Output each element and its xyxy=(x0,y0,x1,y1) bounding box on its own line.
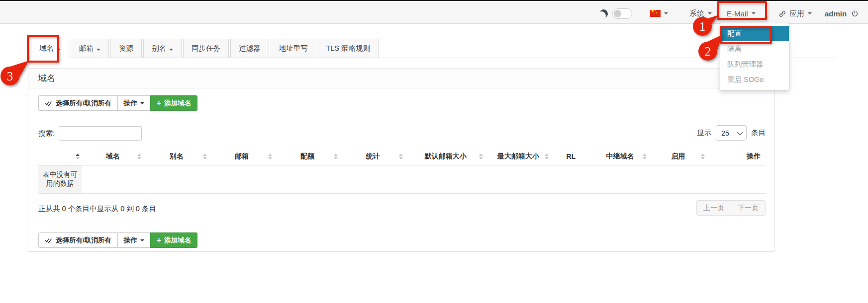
annotation-step-3: 3 xyxy=(0,61,29,85)
add-domain-button-bottom[interactable]: + 添加域名 xyxy=(150,232,197,248)
empty-table-message: 表中没有可用的数据 xyxy=(38,165,82,194)
panel-title: 域名 xyxy=(28,69,774,88)
system-menu[interactable]: 系统 xyxy=(689,8,712,19)
double-check-icon xyxy=(45,237,52,243)
top-toolbar: 选择所有/取消所有 操作 + 添加域名 xyxy=(38,95,197,111)
user-menu[interactable]: admin xyxy=(825,8,862,19)
sort-arrows-icon xyxy=(545,153,549,159)
chevron-down-icon xyxy=(57,49,61,51)
plus-icon: + xyxy=(157,99,161,108)
system-menu-label: 系统 xyxy=(689,9,704,18)
chevron-down-icon xyxy=(808,12,812,14)
email-dropdown-menu: 配置 隔离 队列管理器 重启 SOGo xyxy=(720,23,789,90)
tab-address-rewriting[interactable]: 地址重写 xyxy=(271,39,316,58)
dark-mode-toggle[interactable] xyxy=(612,8,632,19)
sort-arrows-icon xyxy=(334,153,338,159)
pagination: 上一页 下一页 xyxy=(696,200,766,216)
length-value: 25 xyxy=(721,129,729,137)
moon-icon xyxy=(598,8,609,19)
tab-resources[interactable]: 资源 xyxy=(110,39,142,58)
column-header-quota[interactable]: 配额 xyxy=(275,148,340,165)
chevron-down-icon xyxy=(752,12,756,14)
tab-mailboxes[interactable]: 邮箱 xyxy=(71,39,109,58)
table-header-row: 域名 别名 邮箱 配额 统计 默认邮箱大小 最大邮箱大小 RL 中继域名 启用 … xyxy=(38,148,766,165)
power-icon[interactable] xyxy=(851,10,859,17)
menu-item-quarantine[interactable]: 隔离 xyxy=(720,41,789,57)
add-domain-button[interactable]: + 添加域名 xyxy=(150,95,197,111)
chevron-down-icon xyxy=(708,12,712,14)
annotation-number-3: 3 xyxy=(7,70,13,83)
toggle-knob xyxy=(614,10,621,17)
menu-item-configuration[interactable]: 配置 xyxy=(720,26,789,41)
email-menu-label: E-Mail xyxy=(727,9,748,18)
link-icon xyxy=(778,10,786,17)
chevron-down-icon xyxy=(664,12,668,14)
apps-menu-label: 应用 xyxy=(789,9,804,18)
sort-arrows-icon xyxy=(701,153,705,159)
column-header-rl[interactable]: RL xyxy=(551,148,591,165)
domains-panel: 域名 选择所有/取消所有 操作 + 添加域名 搜索: 显示 25 条目 xyxy=(28,68,775,252)
empty-table-row: 表中没有可用的数据 xyxy=(38,165,766,194)
sort-arrows-icon xyxy=(203,153,207,159)
search-label: 搜索: xyxy=(38,129,55,138)
email-menu[interactable]: E-Mail xyxy=(727,8,756,19)
tab-filters[interactable]: 过滤器 xyxy=(230,39,269,58)
chevron-down-icon xyxy=(96,49,100,51)
column-header-actions: 操作 xyxy=(707,148,766,165)
menu-item-restart-sogo[interactable]: 重启 SOGo xyxy=(720,72,789,87)
page-length-select[interactable]: 25 xyxy=(716,125,747,141)
username-label: admin xyxy=(825,9,847,18)
tab-sync-jobs[interactable]: 同步任务 xyxy=(183,39,229,58)
annotation-step-2: 2 xyxy=(698,35,722,61)
column-header-default-mailbox-size[interactable]: 默认邮箱大小 xyxy=(405,148,485,165)
length-suffix: 条目 xyxy=(751,128,766,138)
sort-arrows-icon xyxy=(76,153,80,159)
tab-aliases[interactable]: 别名 xyxy=(143,39,182,58)
sort-arrows-icon xyxy=(643,153,647,159)
actions-dropdown-button[interactable]: 操作 xyxy=(117,95,151,111)
sort-arrows-icon xyxy=(479,153,483,159)
tab-bar: 域名 邮箱 资源 别名 同步任务 过滤器 地址重写 TLS 策略规则 xyxy=(31,39,380,58)
chevron-down-icon xyxy=(737,129,743,135)
tab-domains[interactable]: 域名 xyxy=(31,39,69,58)
length-prefix: 显示 xyxy=(697,128,711,138)
chevron-down-icon xyxy=(140,239,144,241)
search-input[interactable] xyxy=(59,126,142,141)
select-all-button[interactable]: 选择所有/取消所有 xyxy=(38,95,118,111)
next-page-button[interactable]: 下一页 xyxy=(731,200,766,216)
search-row: 搜索: xyxy=(38,126,142,141)
column-header-max-mailbox-size[interactable]: 最大邮箱大小 xyxy=(485,148,551,165)
select-all-button-bottom[interactable]: 选择所有/取消所有 xyxy=(38,232,118,248)
domains-table: 域名 别名 邮箱 配额 统计 默认邮箱大小 最大邮箱大小 RL 中继域名 启用 … xyxy=(38,148,766,194)
dark-mode-control[interactable] xyxy=(599,8,632,19)
annotation-number-2: 2 xyxy=(705,45,711,58)
sort-arrows-icon xyxy=(399,153,403,159)
chevron-down-icon xyxy=(169,49,173,51)
column-header-select[interactable] xyxy=(38,148,82,165)
table-info: 正从共 0 个条目中显示从 0 到 0 条目 xyxy=(38,204,156,214)
sort-arrows-icon xyxy=(268,153,272,159)
apps-menu[interactable]: 应用 xyxy=(778,8,812,19)
page-length-control: 显示 25 条目 xyxy=(697,125,766,141)
column-header-domain[interactable]: 域名 xyxy=(82,148,144,165)
column-header-stats[interactable]: 统计 xyxy=(340,148,406,165)
column-header-aliases[interactable]: 别名 xyxy=(144,148,209,165)
actions-dropdown-button-bottom[interactable]: 操作 xyxy=(117,232,151,248)
column-header-mailboxes[interactable]: 邮箱 xyxy=(209,148,275,165)
top-navbar: ★ ★ ★ 系统 E-Mail 应用 admin xyxy=(0,0,868,24)
menu-item-queue-manager[interactable]: 队列管理器 xyxy=(720,57,789,72)
bottom-toolbar: 选择所有/取消所有 操作 + 添加域名 xyxy=(38,232,197,248)
double-check-icon xyxy=(45,100,52,106)
sort-arrows-icon xyxy=(137,153,141,159)
tab-tls-policy[interactable]: TLS 策略规则 xyxy=(318,39,379,58)
column-header-relay-domain[interactable]: 中继域名 xyxy=(591,148,649,165)
language-menu[interactable]: ★ ★ ★ xyxy=(650,8,668,19)
chevron-down-icon xyxy=(140,102,144,104)
cn-flag-icon: ★ ★ ★ xyxy=(650,10,661,17)
column-header-enabled[interactable]: 启用 xyxy=(649,148,707,165)
previous-page-button[interactable]: 上一页 xyxy=(696,200,731,216)
plus-icon: + xyxy=(157,236,161,245)
